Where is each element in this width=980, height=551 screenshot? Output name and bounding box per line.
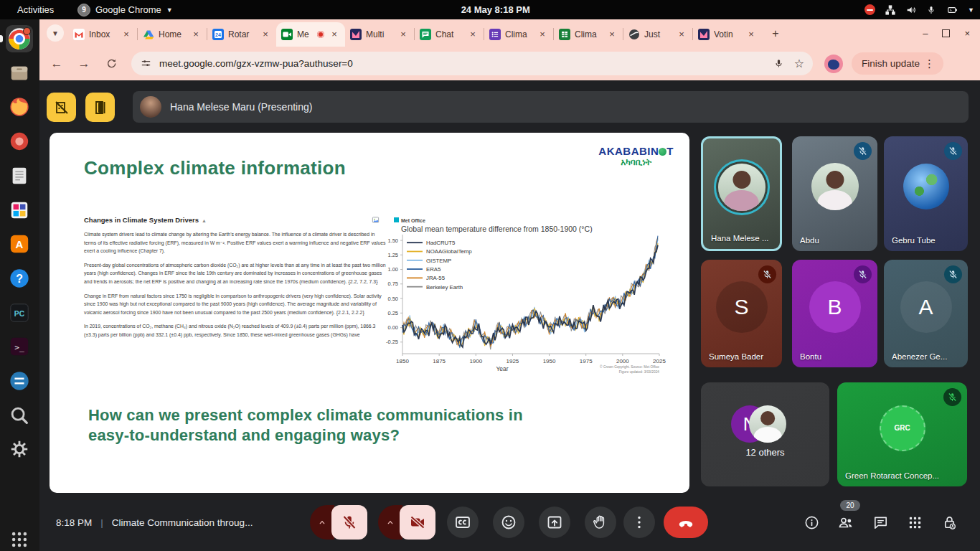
tab-rotar[interactable]: 24Rotar× bbox=[207, 22, 276, 47]
reactions-button[interactable] bbox=[493, 507, 524, 538]
profile-avatar[interactable] bbox=[824, 55, 843, 73]
restore-button[interactable] bbox=[942, 29, 950, 37]
tab-close-icon[interactable]: × bbox=[190, 29, 202, 40]
raise-hand-button[interactable] bbox=[585, 507, 616, 538]
tab-votin[interactable]: Votin× bbox=[693, 22, 762, 47]
more-options-button[interactable] bbox=[623, 507, 655, 538]
initial-avatar: B bbox=[809, 281, 861, 333]
initial-avatar: A bbox=[900, 281, 952, 333]
slide-paragraph: In 2019, concentrations of CO₂, methane … bbox=[84, 322, 388, 339]
tab-clima[interactable]: Clima× bbox=[484, 22, 553, 47]
calendar-icon: 24 bbox=[212, 29, 224, 40]
tab-close-icon[interactable]: × bbox=[606, 29, 618, 40]
mentimeter-icon bbox=[698, 29, 710, 40]
open-door-button[interactable] bbox=[85, 93, 115, 122]
participant-tile-gebru-tube[interactable]: Gebru Tube bbox=[884, 136, 968, 251]
tab-just[interactable]: Just× bbox=[623, 22, 692, 47]
participant-tile-12-others[interactable]: N12 others bbox=[701, 382, 829, 486]
meeting-details-button[interactable] bbox=[800, 509, 823, 535]
browser-menu-icon[interactable]: ⋮ bbox=[920, 57, 939, 70]
participant-tile-sumeya-bader[interactable]: SSumeya Bader bbox=[701, 260, 782, 367]
tab-close-icon[interactable]: × bbox=[260, 29, 271, 40]
participant-tile-hana-melese[interactable]: Hana Melese ... bbox=[701, 136, 782, 251]
tab-home[interactable]: Home× bbox=[138, 22, 207, 47]
tab-close-icon[interactable]: × bbox=[397, 29, 409, 40]
participant-name: Abdu bbox=[800, 236, 819, 245]
participant-tile-abenezer-ge[interactable]: AAbenezer Ge... bbox=[884, 260, 968, 367]
tab-chat[interactable]: Chat× bbox=[415, 22, 484, 47]
minimize-button[interactable]: – bbox=[923, 28, 928, 39]
dock-item-firefox[interactable] bbox=[6, 93, 33, 121]
avatar-body bbox=[817, 190, 852, 210]
tab-close-icon[interactable]: × bbox=[745, 29, 757, 40]
activities-button[interactable]: Activities bbox=[13, 0, 58, 19]
voice-search-icon[interactable] bbox=[773, 58, 784, 69]
app-menu[interactable]: 9 Google Chrome ▼ bbox=[77, 0, 173, 19]
tab-close-icon[interactable]: × bbox=[329, 29, 340, 40]
y-tick-label: 1.50 bbox=[387, 237, 398, 244]
clock[interactable]: 24 May 8:18 PM bbox=[461, 0, 530, 19]
dock: A?PC>_ bbox=[0, 19, 39, 551]
presenter-banner[interactable]: Hana Melese Maru (Presenting) bbox=[133, 91, 969, 123]
tab-close-icon[interactable]: × bbox=[537, 29, 548, 40]
dock-item-text-editor[interactable] bbox=[6, 162, 33, 189]
presentation-warning-button[interactable] bbox=[47, 93, 76, 122]
address-bar[interactable]: meet.google.com/gzx-vzmw-pua?authuser=0 … bbox=[131, 52, 813, 75]
dock-item-files[interactable] bbox=[6, 60, 33, 87]
microphone-toggle-button[interactable] bbox=[331, 505, 367, 540]
dock-item-terminal[interactable]: >_ bbox=[6, 333, 33, 360]
system-status-icons[interactable]: ▼ bbox=[864, 0, 974, 19]
back-button[interactable]: ← bbox=[47, 54, 67, 74]
office-icon bbox=[9, 199, 30, 221]
tab-clima[interactable]: Clima× bbox=[554, 22, 623, 47]
tab-search-button[interactable]: ▼ bbox=[47, 24, 64, 42]
captions-button[interactable] bbox=[447, 507, 479, 538]
dock-item-recorder[interactable] bbox=[6, 128, 33, 155]
bookmark-star-icon[interactable]: ☆ bbox=[794, 57, 804, 70]
participant-tile-green-rotaract-concep[interactable]: GRCGreen Rotaract Concep... bbox=[837, 382, 967, 486]
close-button[interactable]: × bbox=[964, 28, 970, 39]
dock-item-settings[interactable] bbox=[6, 435, 33, 463]
tab-multi[interactable]: Multi× bbox=[345, 22, 414, 47]
reload-button[interactable] bbox=[101, 54, 121, 74]
tab-inbox[interactable]: Inbox× bbox=[68, 22, 137, 47]
chart-brand: Met Office bbox=[401, 218, 425, 223]
new-tab-button[interactable]: + bbox=[766, 24, 785, 43]
activities-button[interactable] bbox=[903, 509, 926, 535]
present-button[interactable] bbox=[539, 507, 570, 538]
tab-label: Votin bbox=[714, 29, 741, 39]
end-call-button[interactable] bbox=[664, 507, 708, 538]
tab-close-icon[interactable]: × bbox=[676, 29, 687, 40]
mic-off-badge-icon bbox=[758, 265, 776, 283]
system-top-bar: Activities 9 Google Chrome ▼ 24 May 8:18… bbox=[0, 0, 980, 19]
dock-item-appstore[interactable]: A bbox=[6, 230, 33, 258]
host-controls-button[interactable] bbox=[938, 509, 961, 535]
microphone-icon bbox=[926, 4, 936, 16]
dock-item-help[interactable]: ? bbox=[6, 265, 33, 292]
tab-close-icon[interactable]: × bbox=[467, 29, 479, 40]
dock-item-office[interactable] bbox=[6, 197, 33, 224]
finish-update-button[interactable]: Finish update ⋮ bbox=[852, 52, 943, 75]
microphone-options-button[interactable] bbox=[310, 505, 334, 540]
x-axis-label: Year bbox=[496, 365, 508, 372]
dock-item-remmina[interactable] bbox=[6, 367, 33, 395]
camera-toggle-button[interactable] bbox=[400, 505, 435, 540]
dock-item-chrome[interactable] bbox=[6, 25, 33, 52]
chat-button[interactable] bbox=[869, 509, 892, 535]
anchor-arrow-icon: ▲ bbox=[202, 218, 207, 223]
tab-me-active[interactable]: Me× bbox=[276, 22, 345, 47]
slide-paragraphs: Climate system drivers lead to climate c… bbox=[84, 230, 388, 345]
tab-close-icon[interactable]: × bbox=[121, 29, 132, 40]
site-settings-icon[interactable] bbox=[140, 57, 152, 70]
forward-button[interactable]: → bbox=[74, 54, 94, 74]
participant-tile-abdu[interactable]: Abdu bbox=[792, 136, 877, 251]
browser-toolbar: ← → meet.google.com/gzx-vzmw-pua?authuse… bbox=[39, 47, 980, 80]
dock-item-magnifier[interactable] bbox=[6, 402, 33, 429]
camera-options-button[interactable] bbox=[378, 505, 402, 540]
remmina-icon bbox=[9, 370, 30, 392]
tab-label: Me bbox=[297, 29, 313, 39]
dock-item-show-apps[interactable] bbox=[6, 526, 33, 551]
participant-tile-bontu[interactable]: BBontu bbox=[792, 260, 877, 367]
dock-item-pc-app[interactable]: PC bbox=[6, 299, 33, 326]
people-button[interactable] bbox=[834, 509, 857, 535]
